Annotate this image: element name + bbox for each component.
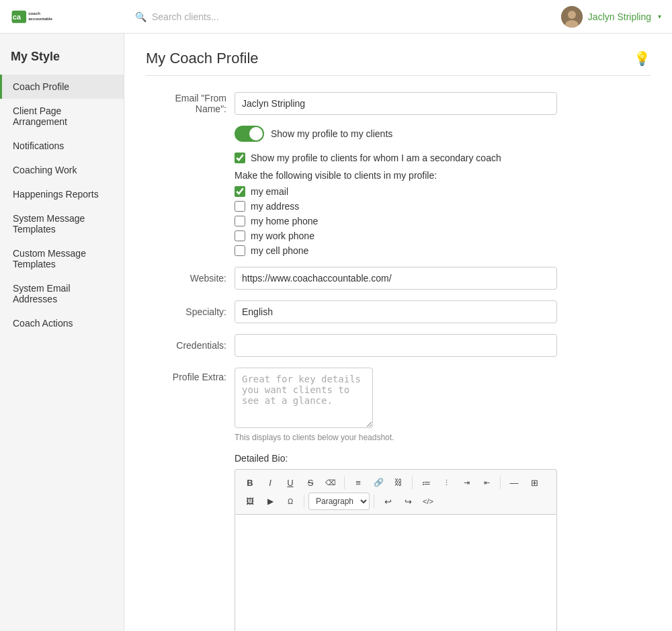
search-placeholder: Search clients... [152, 11, 219, 22]
show-profile-toggle-row: Show my profile to my clients [235, 126, 650, 142]
paragraph-select[interactable]: Paragraph Heading 1 Heading 2 Heading 3 … [308, 493, 370, 510]
toolbar-special-char[interactable]: Ω [281, 493, 300, 510]
toolbar-divider-3 [500, 476, 501, 489]
sidebar-item-happenings-reports[interactable]: Happenings Reports [0, 182, 124, 206]
toolbar-italic[interactable]: I [261, 474, 280, 491]
sidebar-item-system-message-templates[interactable]: System Message Templates [0, 206, 124, 241]
my-email-checkbox[interactable] [235, 186, 245, 197]
toolbar-divider-1 [344, 476, 345, 489]
toolbar-bold[interactable]: B [241, 474, 259, 491]
email-from-name-input[interactable] [235, 92, 557, 115]
editor-wrapper: B I U S ⌫ ≡ 🔗 ⛓ ≔ ⋮ ⇥ ⇤ — ⊞ [235, 469, 557, 631]
my-home-phone-checkbox[interactable] [235, 216, 245, 226]
my-work-phone-label: my work phone [251, 230, 314, 241]
toggle-slider [235, 126, 264, 142]
visibility-section-label: Make the following visible to clients in… [235, 170, 650, 181]
page-header: My Coach Profile 💡 [146, 50, 650, 67]
top-nav: ca coach accountable 🔍 Search clients...… [0, 0, 672, 34]
sidebar-item-coach-profile[interactable]: Coach Profile [0, 75, 124, 99]
toolbar-image[interactable]: 🖼 [241, 493, 259, 510]
toolbar-divider-2 [412, 476, 413, 489]
website-row: Website: [146, 267, 650, 290]
editor-toolbar: B I U S ⌫ ≡ 🔗 ⛓ ≔ ⋮ ⇥ ⇤ — ⊞ [235, 469, 557, 514]
profile-extra-container: This displays to clients below your head… [235, 368, 557, 442]
sidebar-item-client-page[interactable]: Client Page Arrangement [0, 99, 124, 134]
sidebar-item-system-email-addresses[interactable]: System Email Addresses [0, 276, 124, 311]
avatar [561, 6, 583, 28]
toolbar-ordered-list[interactable]: ⋮ [437, 474, 456, 491]
toolbar-divider-5 [374, 495, 374, 508]
secondary-coach-section: Show my profile to clients for whom I am… [235, 153, 650, 256]
header-divider [146, 75, 650, 76]
svg-text:ca: ca [13, 12, 22, 20]
toolbar-unlink[interactable]: ⛓ [389, 474, 408, 491]
toolbar-indent[interactable]: ⇥ [457, 474, 476, 491]
secondary-coach-row: Show my profile to clients for whom I am… [235, 153, 650, 163]
secondary-coach-checkbox[interactable] [235, 153, 245, 163]
toolbar-link[interactable]: 🔗 [369, 474, 388, 491]
toolbar-outdent[interactable]: ⇤ [477, 474, 496, 491]
checkbox-my-cell-phone: my cell phone [235, 245, 650, 256]
checkbox-my-address: my address [235, 201, 650, 212]
user-area[interactable]: Jaclyn Stripling ▾ [561, 6, 661, 28]
sidebar-item-notifications[interactable]: Notifications [0, 134, 124, 158]
toolbar-undo[interactable]: ↩ [378, 493, 397, 510]
specialty-input[interactable] [235, 300, 557, 323]
email-from-name-row: Email "From Name": [146, 92, 650, 115]
svg-point-5 [568, 11, 576, 19]
svg-text:coach: coach [28, 10, 40, 15]
website-input[interactable] [235, 267, 557, 290]
logo-area: ca coach accountable [11, 6, 135, 28]
toolbar-remove-format[interactable]: ⌫ [321, 474, 340, 491]
toolbar-strikethrough[interactable]: S [301, 474, 320, 491]
sidebar-item-coaching-work[interactable]: Coaching Work [0, 158, 124, 182]
my-cell-phone-label: my cell phone [251, 245, 308, 256]
website-label: Website: [146, 273, 226, 284]
my-address-label: my address [251, 201, 299, 212]
toolbar-hr[interactable]: — [505, 474, 523, 491]
logo-icon: ca coach accountable [11, 6, 78, 28]
lightbulb-icon[interactable]: 💡 [634, 50, 650, 67]
profile-extra-row: Profile Extra: This displays to clients … [146, 368, 650, 442]
my-work-phone-checkbox[interactable] [235, 230, 245, 241]
search-area[interactable]: 🔍 Search clients... [135, 11, 561, 22]
toolbar-divider-4 [304, 495, 304, 508]
profile-extra-hint: This displays to clients below your head… [235, 433, 557, 442]
toolbar-unordered-list[interactable]: ≔ [417, 474, 435, 491]
profile-extra-textarea[interactable] [235, 368, 373, 428]
toggle-switch[interactable] [235, 126, 264, 142]
credentials-input[interactable] [235, 334, 557, 357]
secondary-coach-label: Show my profile to clients for whom I am… [251, 153, 501, 163]
toolbar-underline[interactable]: U [281, 474, 300, 491]
detailed-bio-section: Detailed Bio: B I U S ⌫ ≡ 🔗 ⛓ ≔ ⋮ ⇥ ⇤ [146, 453, 650, 631]
toolbar-align-left[interactable]: ≡ [349, 474, 368, 491]
my-cell-phone-checkbox[interactable] [235, 245, 245, 256]
checkbox-my-email: my email [235, 186, 650, 197]
chevron-down-icon: ▾ [658, 13, 661, 20]
sidebar-item-coach-actions[interactable]: Coach Actions [0, 311, 124, 335]
main-layout: My Style Coach Profile Client Page Arran… [0, 34, 672, 631]
toolbar-redo[interactable]: ↪ [398, 493, 417, 510]
checkbox-my-home-phone: my home phone [235, 216, 650, 226]
toolbar-video[interactable]: ▶ [261, 493, 280, 510]
my-home-phone-label: my home phone [251, 216, 318, 226]
credentials-row: Credentials: [146, 334, 650, 357]
detailed-bio-editor[interactable] [235, 514, 557, 631]
sidebar-item-custom-message-templates[interactable]: Custom Message Templates [0, 241, 124, 276]
profile-extra-label: Profile Extra: [146, 372, 226, 382]
credentials-label: Credentials: [146, 340, 226, 351]
page-title: My Coach Profile [146, 50, 259, 67]
user-name: Jaclyn Stripling [588, 11, 651, 22]
sidebar: My Style Coach Profile Client Page Arran… [0, 34, 124, 631]
my-email-label: my email [251, 186, 288, 197]
sidebar-section-title: My Style [0, 42, 124, 75]
toolbar-source[interactable]: </> [419, 493, 437, 510]
my-address-checkbox[interactable] [235, 201, 245, 212]
toolbar-table[interactable]: ⊞ [525, 474, 544, 491]
main-content: My Coach Profile 💡 Email "From Name": Sh… [124, 34, 672, 631]
specialty-row: Specialty: [146, 300, 650, 323]
specialty-label: Specialty: [146, 306, 226, 317]
svg-text:accountable: accountable [28, 16, 52, 21]
checkbox-my-work-phone: my work phone [235, 230, 650, 241]
toggle-label: Show my profile to my clients [271, 128, 392, 139]
